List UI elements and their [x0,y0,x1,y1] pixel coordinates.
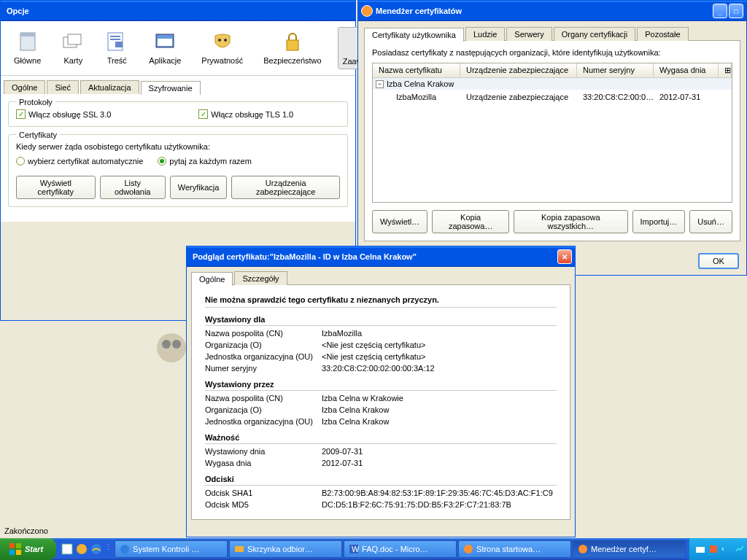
ql-show-desktop-icon[interactable] [61,542,74,556]
tool-privacy[interactable]: Prywatność [197,27,247,69]
kv-key: Organizacja (O) [205,341,322,349]
tab-update[interactable]: Aktualizacja [80,80,139,94]
group-row[interactable]: − Izba Celna Krakow [373,78,732,90]
tab-cv-details[interactable]: Szczegóły [234,271,287,285]
tool-tabs[interactable]: Karty [57,27,89,69]
ql-ie-icon[interactable] [90,542,103,556]
svg-rect-22 [9,543,15,548]
backup-all-button[interactable]: Kopia zapasowa wszystkich… [514,210,628,233]
svg-rect-9 [158,39,172,46]
check-icon: ✓ [16,109,26,119]
svg-rect-23 [16,543,21,548]
cell-name: IzbaMozilla [390,91,460,103]
firefox-icon [463,544,473,554]
tab-cv-general[interactable]: Ogólne [191,272,233,286]
tab-others[interactable]: Pozostałe [637,27,688,41]
view-button[interactable]: Wyświetl… [372,210,427,233]
kv-row: Odcisk SHA1B2:73:00:9B:A8:94:82:53:1F:89… [205,489,557,497]
ssl-checkbox[interactable]: ✓Włącz obsługę SSL 3.0 [16,109,111,119]
tool-apps[interactable]: Aplikacje [144,27,185,69]
firefox-icon [578,544,588,554]
col-serial[interactable]: Numer seryjny [577,63,654,77]
firefox-icon [361,5,373,17]
kv-value: Izba Celna w Krakowie [322,394,403,402]
kv-key: Odcisk MD5 [205,500,322,509]
kv-row: Jednostka organizacyjna (OU)<Nie jest cz… [205,352,557,361]
ok-button[interactable]: OK [698,253,739,269]
kv-key: Wystawiony dnia [205,447,322,456]
radio-ask[interactable]: pytaj za każdym razem [158,157,251,166]
status-bar-text: Zakończono [4,526,48,535]
cert-buttons: Wyświetl certyfikaty Listy odwołania Wer… [16,176,340,199]
tab-servers[interactable]: Serwery [506,27,551,41]
task-item[interactable]: Skrzynka odbior… [229,540,342,558]
tab-authorities[interactable]: Organy certyfikacji [554,27,635,41]
certview-body: Ogólne Szczegóły Nie można sprawdzić teg… [187,267,575,524]
task-item[interactable]: Menedżer certyf… [573,540,686,558]
radio-icon [16,157,25,166]
radio-auto[interactable]: wybierz certyfikat automatycznie [16,157,143,166]
tray-expand-icon[interactable]: ‹ [721,544,732,554]
kv-value: DC:D5:1B:F2:6C:75:91:75:DD:B5:F3:2F:C7:2… [322,500,511,509]
tray-icon[interactable] [695,544,705,554]
tab-encryption[interactable]: Szyfrowanie [141,81,201,95]
certmgr-intro: Posiadasz certyfikaty z następujących or… [372,48,732,57]
svg-point-34 [578,545,587,553]
svg-point-10 [218,39,221,42]
tool-security[interactable]: Bezpieczeństwo [259,27,326,69]
certmgr-titlebar[interactable]: Menedżer certyfikatów _ □ [358,1,746,21]
task-item[interactable]: Strona startowa… [458,540,571,558]
certview-titlebar[interactable]: Podgląd certyfikatu:"IzbaMozilla - ID w … [187,246,575,267]
tab-network[interactable]: Sieć [47,80,78,94]
start-button[interactable]: Start [0,538,56,560]
window-icon [16,30,39,53]
devices-button[interactable]: Urządzenia zabezpieczające [231,176,340,199]
tab-your-certs[interactable]: Certyfikaty użytkownika [364,28,464,42]
svg-point-11 [224,39,227,42]
cell-device: Urządzenie zabezpieczające [460,91,577,103]
svg-text:W: W [352,545,359,553]
task-item[interactable]: WFAQ.doc - Micro… [344,540,457,558]
section-issued-by: Wystawiony przez [205,380,557,391]
close-button[interactable]: ✕ [557,249,572,264]
verify-message: Nie można sprawdzić tego certyfikatu z n… [205,295,557,308]
mask-icon [211,30,234,53]
verify-button[interactable]: Weryfikacja [170,176,228,199]
tab-people[interactable]: Ludzie [465,27,505,41]
col-device[interactable]: Urządzenie zabezpieczające [460,63,577,77]
svg-point-27 [77,544,87,554]
tray-icon[interactable] [708,544,719,554]
col-picker[interactable]: ⊞ [719,63,732,77]
cert-prompt-text: Kiedy serwer żąda osobistego certyfikatu… [16,142,340,151]
delete-button[interactable]: Usuń… [689,210,732,233]
import-button[interactable]: Importuj… [632,210,686,233]
desktop-image [153,330,190,366]
col-expires[interactable]: Wygasa dnia [654,63,719,77]
kv-row: Jednostka organizacyjna (OU)Izba Celna K… [205,417,557,426]
svg-point-21 [172,340,181,349]
options-titlebar[interactable]: Opcje [1,1,355,21]
col-name[interactable]: Nazwa certyfikatu [373,63,460,77]
tool-main[interactable]: Główne [9,27,45,69]
apps-icon [153,30,177,53]
collapse-icon[interactable]: − [376,80,384,88]
ql-outlook-icon[interactable] [75,542,88,556]
tray-icon[interactable] [735,544,745,554]
tool-content[interactable]: Treść [101,27,133,69]
kv-value: Izba Celna Krakow [322,417,389,426]
minimize-button[interactable]: _ [713,4,727,18]
lock-icon [281,30,304,53]
task-item[interactable]: System Kontroli … [115,540,228,558]
ql-divider: ⋮ [104,542,107,556]
kv-row: Numer seryjny33:20:C8:C2:00:02:00:00:3A:… [205,364,557,373]
table-body[interactable]: − Izba Celna Krakow IzbaMozilla Urządzen… [373,78,732,202]
section-fingerprints: Odciski [205,475,557,486]
maximize-button[interactable]: □ [729,4,743,18]
check-icon: ✓ [198,109,208,119]
tls-checkbox[interactable]: ✓Włącz obsługę TLS 1.0 [198,109,293,119]
view-certs-button[interactable]: Wyświetl certyfikaty [16,176,96,199]
table-row[interactable]: IzbaMozilla Urządzenie zabezpieczające 3… [373,90,732,104]
crl-button[interactable]: Listy odwołania [100,176,166,199]
tab-general[interactable]: Ogólne [4,80,45,94]
backup-button[interactable]: Kopia zapasowa… [432,210,509,233]
